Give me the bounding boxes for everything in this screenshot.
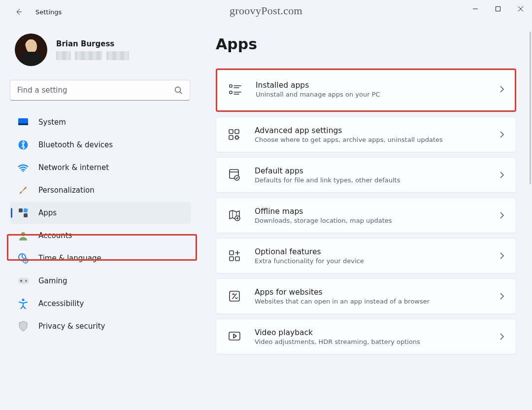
card-subtitle: Websites that can open in an app instead… (255, 298, 484, 305)
chevron-right-icon (497, 84, 507, 94)
chevron-right-icon (497, 170, 507, 180)
card-title: Video playback (255, 328, 484, 337)
nav-list: System Bluetooth & devices Network & int… (10, 111, 193, 337)
paintbrush-icon (18, 185, 29, 196)
watermark-text: groovyPost.com (230, 4, 302, 17)
card-title: Installed apps (256, 81, 484, 90)
card-installed-apps[interactable]: Installed apps Uninstall and manage apps… (216, 68, 516, 112)
page-title: Apps (216, 35, 516, 53)
accessibility-icon (18, 298, 29, 309)
chevron-right-icon (497, 291, 507, 301)
apps-icon (18, 207, 29, 218)
chevron-right-icon (497, 130, 507, 139)
svg-rect-6 (19, 208, 23, 212)
close-icon (518, 6, 524, 12)
video-playback-icon (227, 329, 242, 344)
svg-rect-20 (229, 136, 233, 139)
titlebar: Settings groovyPost.com (0, 0, 532, 24)
accounts-icon (18, 230, 29, 241)
sidebar-item-label: Bluetooth & devices (38, 140, 113, 149)
svg-rect-7 (24, 213, 28, 217)
svg-rect-27 (230, 257, 233, 261)
minimize-icon (472, 6, 478, 12)
svg-point-5 (23, 171, 24, 172)
close-button[interactable] (509, 0, 532, 18)
sidebar-item-label: Network & internet (38, 163, 109, 172)
window-controls (464, 0, 532, 18)
profile-name: Brian Burgess (56, 39, 129, 48)
svg-rect-8 (23, 208, 28, 212)
search-icon (174, 86, 183, 95)
sidebar-item-privacy[interactable]: Privacy & security (10, 315, 191, 337)
optional-features-icon (227, 248, 242, 263)
card-subtitle: Choose where to get apps, archive apps, … (255, 136, 484, 143)
card-default-apps[interactable]: Default apps Defaults for file and link … (216, 157, 516, 193)
card-advanced-app-settings[interactable]: Advanced app settings Choose where to ge… (216, 117, 516, 152)
sidebar-item-accessibility[interactable]: Accessibility (10, 293, 191, 314)
profile-block[interactable]: Brian Burgess (10, 34, 193, 66)
chevron-right-icon (497, 332, 507, 342)
card-subtitle: Downloads, storage location, map updates (255, 217, 484, 224)
card-subtitle: Defaults for file and link types, other … (255, 176, 484, 184)
system-icon (18, 117, 29, 128)
card-optional-features[interactable]: Optional features Extra functionality fo… (216, 238, 516, 273)
sidebar-item-label: Apps (38, 208, 57, 217)
svg-point-21 (235, 136, 238, 139)
card-subtitle: Uninstall and manage apps on your PC (256, 91, 484, 98)
sidebar-item-bluetooth[interactable]: Bluetooth & devices (10, 134, 191, 156)
search-input[interactable] (17, 86, 169, 95)
settings-card-list: Installed apps Uninstall and manage apps… (216, 68, 516, 354)
card-apps-for-websites[interactable]: Apps for websites Websites that can open… (216, 278, 516, 314)
sidebar-item-apps[interactable]: Apps (10, 202, 191, 224)
sidebar-item-accounts[interactable]: Accounts (10, 225, 191, 246)
advanced-settings-icon (227, 127, 242, 142)
offline-maps-icon (227, 208, 242, 223)
svg-rect-29 (229, 332, 240, 340)
gamepad-icon (18, 275, 29, 286)
scrollbar[interactable] (530, 32, 531, 184)
search-box[interactable] (10, 80, 190, 101)
installed-apps-icon (228, 82, 243, 97)
sidebar-item-gaming[interactable]: Gaming (10, 270, 191, 292)
card-title: Offline maps (255, 207, 484, 216)
svg-rect-3 (18, 123, 28, 125)
sidebar-item-label: Gaming (38, 276, 67, 285)
sidebar-item-system[interactable]: System (10, 111, 191, 133)
window-title: Settings (35, 8, 62, 16)
maximize-button[interactable] (487, 0, 509, 18)
bluetooth-icon (18, 139, 29, 150)
profile-email-redacted (56, 51, 129, 60)
svg-rect-0 (496, 7, 500, 11)
main-panel: Apps Installed apps Uninstall and manage… (196, 24, 532, 410)
card-title: Default apps (255, 167, 484, 175)
svg-point-1 (175, 87, 181, 93)
sidebar-item-label: Time & language (38, 254, 101, 263)
svg-rect-19 (235, 130, 239, 134)
sidebar-item-label: System (38, 118, 66, 127)
default-apps-icon (227, 168, 242, 182)
sidebar-item-label: Personalization (38, 186, 95, 195)
apps-websites-icon (227, 289, 242, 304)
svg-rect-25 (230, 251, 233, 255)
back-button[interactable] (10, 3, 28, 21)
svg-rect-26 (235, 257, 239, 261)
card-title: Advanced app settings (255, 126, 484, 135)
card-subtitle: Video adjustments, HDR streaming, batter… (255, 338, 484, 345)
svg-rect-12 (18, 278, 29, 284)
card-video-playback[interactable]: Video playback Video adjustments, HDR st… (216, 319, 516, 354)
sidebar: Brian Burgess System Bluetooth & device (0, 24, 196, 410)
svg-point-9 (21, 232, 25, 236)
minimize-button[interactable] (464, 0, 487, 18)
chevron-right-icon (497, 210, 507, 220)
sidebar-item-label: Accounts (38, 231, 72, 240)
sidebar-item-network[interactable]: Network & internet (10, 157, 191, 178)
maximize-icon (495, 6, 501, 12)
card-offline-maps[interactable]: Offline maps Downloads, storage location… (216, 198, 516, 233)
card-title: Apps for websites (255, 288, 484, 297)
svg-point-14 (26, 280, 27, 282)
svg-point-15 (22, 299, 25, 301)
sidebar-item-personalization[interactable]: Personalization (10, 179, 191, 201)
card-subtitle: Extra functionality for your device (255, 257, 484, 265)
avatar (15, 34, 47, 66)
sidebar-item-time-language[interactable]: Time & language (10, 247, 191, 269)
